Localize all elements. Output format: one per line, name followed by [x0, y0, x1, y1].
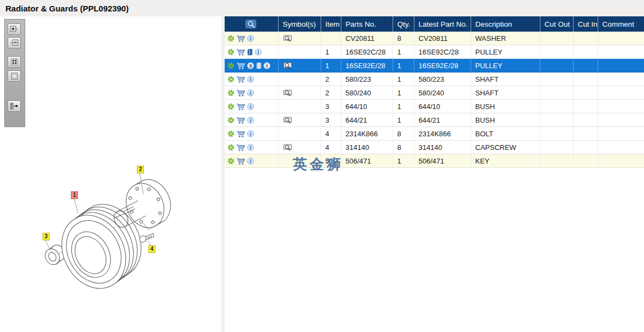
column-header-description[interactable]: Description: [471, 16, 540, 32]
gear-icon[interactable]: [227, 49, 234, 56]
column-header-comment[interactable]: Comment: [598, 16, 644, 32]
open-book-magnifier-icon[interactable]: [283, 116, 293, 124]
info-icon[interactable]: i: [255, 49, 262, 56]
table-row[interactable]: i3644/211644/21BUSH: [225, 113, 644, 127]
s-badge-icon[interactable]: S: [247, 62, 254, 69]
callout-2[interactable]: 2: [137, 166, 144, 173]
info-icon[interactable]: i: [247, 144, 254, 151]
gear-icon[interactable]: [227, 103, 234, 110]
info-icon[interactable]: i: [247, 117, 254, 124]
info-icon[interactable]: i: [247, 103, 254, 110]
cart-icon[interactable]: [236, 62, 245, 70]
gear-icon[interactable]: [227, 76, 234, 83]
column-header-actions[interactable]: [225, 16, 278, 32]
open-book-magnifier-icon[interactable]: [283, 62, 293, 70]
column-header-cut-out[interactable]: Cut Out: [540, 16, 573, 32]
open-book-magnifier-icon[interactable]: [283, 89, 293, 97]
leader-line-1: [74, 198, 78, 213]
gear-icon[interactable]: [227, 144, 234, 151]
cell-comment: [598, 86, 644, 100]
cell-qty: 1: [393, 113, 414, 127]
callout-3[interactable]: 3: [43, 233, 50, 240]
cell-latest-part-no: CV20811: [414, 32, 471, 45]
cell-latest-part-no: 506/471: [414, 154, 471, 168]
cell-comment: [598, 141, 644, 154]
cart-icon[interactable]: [236, 49, 245, 56]
gear-icon[interactable]: [227, 89, 234, 96]
cell-actions: i: [225, 73, 278, 86]
cell-qty: 1: [393, 86, 414, 100]
cell-item: 2: [321, 73, 341, 86]
cell-cut-out: [540, 86, 573, 100]
book-icon[interactable]: [256, 62, 262, 69]
actual-size-button[interactable]: [8, 70, 21, 82]
callout-4[interactable]: 4: [148, 245, 155, 253]
open-book-magnifier-icon[interactable]: [283, 143, 293, 152]
cell-symbols: [278, 45, 321, 59]
cell-symbols: [278, 59, 321, 73]
zoom-out-button[interactable]: [8, 37, 21, 49]
column-header-cut-in[interactable]: Cut In: [573, 16, 598, 32]
info-icon[interactable]: i: [247, 35, 254, 42]
book-icon[interactable]: [247, 49, 253, 56]
info-icon[interactable]: i: [263, 62, 270, 69]
cart-icon[interactable]: [236, 144, 245, 152]
svg-text:i: i: [250, 36, 251, 41]
info-icon[interactable]: i: [247, 130, 254, 137]
cart-icon[interactable]: [236, 130, 245, 138]
column-header-symbols[interactable]: Symbol(s): [278, 16, 321, 32]
cell-parts-no: 16SE92C/28: [341, 45, 393, 59]
cell-actions: i: [225, 127, 278, 141]
cart-icon[interactable]: [236, 76, 245, 83]
table-row[interactable]: i42314K86682314K866BOLT: [225, 127, 644, 141]
toggle-list-panel-button[interactable]: [8, 100, 21, 112]
cart-icon[interactable]: [236, 103, 245, 111]
cell-description: KEY: [471, 154, 540, 168]
info-icon[interactable]: i: [247, 76, 254, 83]
gear-icon[interactable]: [227, 35, 234, 42]
gear-icon[interactable]: [227, 62, 234, 69]
gear-icon[interactable]: [227, 117, 234, 124]
cell-symbols: [278, 141, 321, 154]
column-header-latest-part-no[interactable]: Latest Part No.: [414, 16, 471, 32]
cell-qty: 8: [393, 127, 414, 141]
table-row[interactable]: i5506/4711506/471KEY: [225, 154, 644, 168]
table-row[interactable]: Si116SE92E/28116SE92E/28PULLEY: [225, 59, 644, 73]
cell-qty: 1: [393, 59, 414, 73]
gear-icon[interactable]: [227, 158, 234, 165]
table-row[interactable]: iCV208118CV20811WASHER: [225, 32, 644, 45]
gear-icon[interactable]: [227, 130, 234, 137]
table-row[interactable]: i2580/2231580/223SHAFT: [225, 73, 644, 86]
cell-parts-no: 16SE92E/28: [341, 59, 393, 73]
column-header-item[interactable]: Item: [321, 16, 341, 32]
cart-icon[interactable]: [236, 89, 245, 97]
cell-item: [321, 32, 341, 45]
svg-text:S: S: [249, 63, 252, 69]
table-row[interactable]: i116SE92C/28116SE92C/28PULLEY: [225, 45, 644, 59]
table-row[interactable]: i3644/101644/10BUSH: [225, 100, 644, 113]
zoom-in-button[interactable]: [8, 23, 21, 35]
cell-cut-out: [540, 100, 573, 113]
cell-parts-no: 580/223: [341, 73, 393, 86]
open-book-magnifier-icon[interactable]: [283, 34, 293, 43]
cell-cut-out: [540, 113, 573, 127]
cell-cut-out: [540, 73, 573, 86]
cart-icon[interactable]: [236, 117, 245, 124]
cell-cut-in: [573, 32, 598, 45]
cart-icon[interactable]: [236, 158, 245, 165]
cart-icon[interactable]: [236, 35, 245, 43]
info-icon[interactable]: i: [247, 158, 254, 165]
cell-item: 1: [321, 45, 341, 59]
table-row[interactable]: i2580/2401580/240SHAFT: [225, 86, 644, 100]
parts-table: Symbol(s) Item Parts No. Qty. Latest Par…: [225, 16, 644, 168]
cell-parts-no: 644/21: [341, 113, 393, 127]
table-row[interactable]: i43141408314140CAPSCREW: [225, 141, 644, 154]
info-icon[interactable]: i: [247, 89, 254, 96]
column-header-qty[interactable]: Qty.: [393, 16, 414, 32]
cell-parts-no: CV20811: [341, 32, 393, 45]
callout-1[interactable]: 1: [71, 191, 78, 199]
column-header-parts-no[interactable]: Parts No.: [341, 16, 393, 32]
fit-page-button[interactable]: [8, 56, 21, 68]
cell-description: BUSH: [471, 113, 540, 127]
cell-description: PULLEY: [471, 59, 540, 73]
